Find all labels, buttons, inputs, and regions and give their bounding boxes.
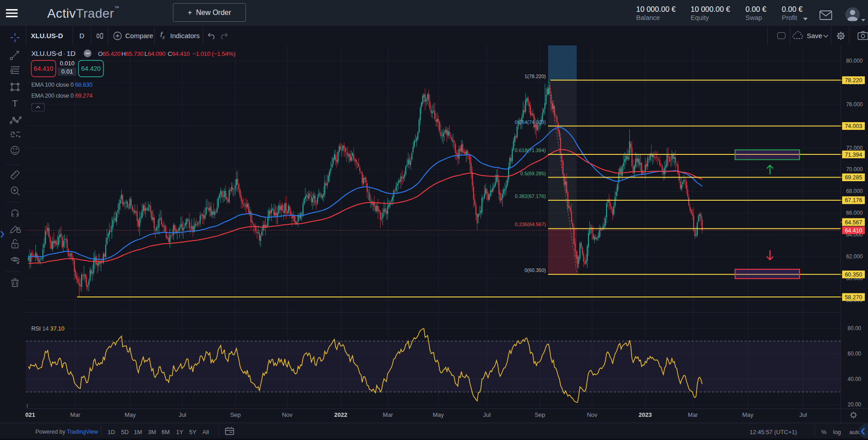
svg-text:64.567: 64.567 [845, 219, 862, 226]
svg-text:Sep: Sep [535, 411, 545, 418]
svg-text:T: T [12, 98, 18, 109]
svg-text:76.000: 76.000 [846, 101, 863, 108]
svg-text:58.270: 58.270 [845, 294, 862, 301]
svg-text:2023: 2023 [639, 411, 652, 418]
svg-text:Nov: Nov [282, 411, 293, 418]
svg-text:0.382(67.176): 0.382(67.176) [515, 193, 546, 199]
svg-text:72.000: 72.000 [846, 145, 863, 151]
svg-text:0(60.350): 0(60.350) [525, 267, 546, 273]
svg-text:70.000: 70.000 [846, 166, 863, 173]
svg-text:0.236(64.567): 0.236(64.567) [515, 222, 546, 227]
svg-text:0.5(69.285): 0.5(69.285) [520, 171, 546, 176]
svg-text:69.285: 69.285 [845, 174, 862, 181]
svg-text:0.010: 0.010 [60, 60, 75, 67]
svg-text:64.410: 64.410 [34, 65, 54, 72]
svg-text:0.618(71.394): 0.618(71.394) [515, 148, 546, 153]
svg-text:0.764(74.003): 0.764(74.003) [515, 119, 546, 125]
svg-text:Mar: Mar [70, 411, 81, 418]
svg-text:O65.420H65.730L64.090C64.410−1: O65.420H65.730L64.090C64.410−1.010 (−1.5… [98, 50, 235, 57]
svg-text:20.00: 20.00 [848, 401, 861, 408]
svg-text:64.410: 64.410 [845, 227, 862, 234]
svg-text:78.220: 78.220 [845, 77, 862, 84]
svg-text:Mar: Mar [383, 411, 393, 418]
svg-text:EMA 100 close 0 68.630: EMA 100 close 0 68.630 [31, 81, 92, 88]
svg-text:May: May [125, 411, 136, 418]
svg-text:EMA 200 close 0 69.274: EMA 200 close 0 69.274 [31, 92, 92, 99]
svg-text:40.00: 40.00 [848, 376, 861, 382]
svg-text:⟨: ⟨ [26, 403, 28, 408]
svg-text:80.00: 80.00 [848, 325, 861, 331]
svg-text:74.003: 74.003 [845, 123, 862, 129]
svg-text:60.00: 60.00 [848, 351, 861, 357]
svg-text:May: May [433, 411, 444, 418]
svg-text:67.176: 67.176 [845, 197, 862, 203]
svg-text:2021: 2021 [25, 411, 35, 418]
svg-text:Mar: Mar [688, 411, 698, 418]
svg-text:Nov: Nov [587, 411, 598, 418]
svg-text:71.394: 71.394 [845, 152, 862, 158]
svg-text:RSI 14 37.10: RSI 14 37.10 [31, 326, 64, 332]
svg-text:Jul: Jul [179, 411, 186, 418]
svg-text:68.000: 68.000 [846, 188, 863, 194]
svg-text:66.000: 66.000 [846, 210, 863, 216]
svg-text:Jul: Jul [799, 411, 807, 418]
svg-text:80.000: 80.000 [846, 58, 863, 64]
svg-text:64.420: 64.420 [81, 65, 101, 72]
svg-text:1(78.220): 1(78.220) [525, 74, 546, 79]
svg-text:60.350: 60.350 [845, 272, 862, 278]
svg-text:0.01: 0.01 [61, 68, 73, 75]
svg-text:2022: 2022 [334, 411, 348, 418]
svg-text:Jul: Jul [483, 411, 491, 418]
svg-text:May: May [742, 411, 754, 418]
svg-text:Sep: Sep [230, 411, 240, 418]
svg-text:XLU.US-d · 1D: XLU.US-d · 1D [31, 49, 75, 57]
svg-text:62.000: 62.000 [846, 253, 863, 260]
